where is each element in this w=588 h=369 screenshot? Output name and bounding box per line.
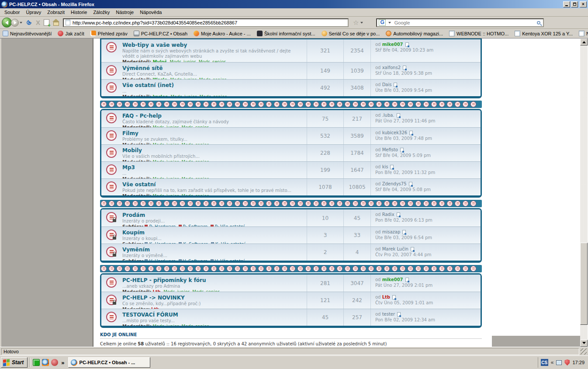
- forum-link[interactable]: TESTOVACÍ FÓRUM: [122, 312, 178, 318]
- bookmark-star-icon[interactable]: ☆: [353, 19, 359, 27]
- subforum-link[interactable]: V: Hardware: [145, 259, 176, 261]
- moderator-link[interactable]: Mods_junior: [152, 194, 179, 195]
- moderator-link[interactable]: Mods_senior: [196, 59, 225, 62]
- menu-napoveda[interactable]: Nápověda: [137, 9, 164, 16]
- home-icon[interactable]: [53, 20, 59, 25]
- bookmark-item[interactable]: PC-HELP.CZ • Obsah: [134, 31, 187, 36]
- bookmark-item[interactable]: Jak začít: [58, 31, 84, 36]
- menu-zobrazit[interactable]: Zobrazit: [45, 9, 67, 16]
- last-post-user-link[interactable]: xalfons2: [382, 65, 401, 70]
- moderator-link[interactable]: Mods_junior: [152, 125, 179, 127]
- goto-last-post-icon[interactable]: [397, 312, 401, 317]
- last-post-user-link[interactable]: mike007: [382, 42, 403, 47]
- vertical-scrollbar[interactable]: [580, 38, 588, 347]
- forum-link[interactable]: Vyměním: [122, 247, 150, 253]
- title-bar[interactable]: PC-HELP.CZ • Obsah - Mozilla Firefox ×: [0, 0, 588, 8]
- subforum-link[interactable]: P: Software: [176, 224, 208, 226]
- forum-link[interactable]: Filmy: [122, 130, 138, 136]
- menu-soubor[interactable]: Soubor: [2, 9, 22, 16]
- moderator-link[interactable]: Mods_senior: [179, 177, 208, 178]
- bookmark-dropdown-icon[interactable]: [360, 22, 363, 25]
- menu-nastroje[interactable]: Nástroje: [113, 9, 136, 16]
- firefox-quicklaunch-icon[interactable]: [42, 359, 49, 366]
- moderator-link[interactable]: Mods_senior: [179, 160, 208, 161]
- moderator-link[interactable]: Mods_junior: [167, 59, 196, 62]
- close-button[interactable]: ×: [580, 1, 587, 7]
- last-post-user-link[interactable]: tester: [382, 312, 395, 317]
- reload-icon[interactable]: [26, 19, 32, 26]
- bookmark-item[interactable]: Přehled zpráv: [90, 31, 128, 36]
- forum-link[interactable]: Mp3: [122, 164, 135, 171]
- moderator-link[interactable]: Mods_junior: [161, 289, 190, 292]
- goto-last-post-icon[interactable]: [409, 131, 413, 135]
- language-indicator[interactable]: CS: [541, 359, 548, 366]
- goto-last-post-icon[interactable]: [411, 247, 414, 251]
- goto-last-post-icon[interactable]: [392, 295, 396, 299]
- moderator-link[interactable]: karlos: [152, 94, 168, 96]
- forward-button[interactable]: [11, 19, 19, 27]
- opera-icon[interactable]: [51, 359, 58, 366]
- location-bar[interactable]: [63, 18, 349, 27]
- last-post-user-link[interactable]: Ltb: [382, 295, 390, 299]
- moderator-link[interactable]: Mods_senior: [179, 143, 208, 144]
- bookmark-item[interactable]: Kentoya XOR 125 a Y...: [515, 31, 573, 36]
- bookmark-item[interactable]: Automobilový magazi...: [386, 31, 443, 36]
- moderator-link[interactable]: Mods_junior: [152, 143, 179, 144]
- goto-last-post-icon[interactable]: [400, 148, 404, 152]
- moderator-link[interactable]: Mods_junior: [152, 324, 179, 326]
- last-post-user-link[interactable]: kis: [382, 164, 388, 169]
- moderator-link[interactable]: Mods_senior: [196, 77, 226, 79]
- bookmark-item[interactable]: Školní informační syst...: [257, 31, 315, 36]
- bookmark-item[interactable]: NOLAN N103 CLASSI...: [579, 31, 588, 36]
- stop-icon[interactable]: X: [36, 19, 40, 26]
- last-post-user-link[interactable]: Mefisto: [382, 147, 398, 152]
- moderator-link[interactable]: Mods_senior: [179, 194, 208, 195]
- moderator-link[interactable]: Weslo: [152, 77, 167, 79]
- bookmark-item[interactable]: WEBNODE :: HOTMO...: [449, 31, 508, 36]
- moderator-link[interactable]: Mods_junior: [152, 177, 179, 178]
- last-post-user-link[interactable]: Marek Lučin: [382, 247, 408, 251]
- forum-link[interactable]: Web-tipy a vaše weby: [122, 42, 187, 48]
- utorrent-icon[interactable]: [33, 359, 40, 366]
- maximize-button[interactable]: [571, 1, 578, 7]
- network-icon[interactable]: [556, 360, 562, 365]
- search-engine-icon[interactable]: G: [379, 19, 385, 26]
- minimize-button[interactable]: [563, 1, 570, 7]
- forum-link[interactable]: Vše ostatní: [122, 181, 156, 188]
- goto-last-post-icon[interactable]: [405, 278, 409, 282]
- search-engine-dropdown-icon[interactable]: [388, 22, 391, 25]
- bookmark-item[interactable]: Seriál Co se děje v po...: [322, 31, 380, 36]
- menu-zalozky[interactable]: Záložky: [90, 9, 112, 16]
- moderator-link[interactable]: Myloš: [152, 59, 167, 62]
- goto-last-post-icon[interactable]: [409, 182, 412, 186]
- bookmark-item[interactable]: Nejnavštěvovanější: [3, 31, 52, 36]
- tray-collapse-chevron[interactable]: «: [551, 359, 554, 366]
- moderator-link[interactable]: Ltb: [152, 289, 160, 292]
- menu-upravy[interactable]: Úpravy: [23, 9, 44, 16]
- taskbar-button-firefox[interactable]: PC-HELP.CZ • Obsah - ...: [68, 357, 150, 368]
- scroll-up-button[interactable]: [580, 38, 588, 45]
- start-button[interactable]: Start: [1, 357, 28, 368]
- goto-last-post-icon[interactable]: [394, 83, 397, 87]
- goto-last-post-icon[interactable]: [390, 165, 394, 169]
- menu-historie[interactable]: Historie: [68, 9, 90, 16]
- search-input[interactable]: [394, 20, 536, 25]
- subforum-link[interactable]: K: Software: [176, 242, 208, 244]
- search-bar[interactable]: G: [376, 18, 544, 27]
- forum-link[interactable]: PC-HELP -> NOVINKY: [122, 295, 185, 301]
- goto-last-post-icon[interactable]: [405, 42, 409, 47]
- scroll-down-button[interactable]: [580, 340, 588, 347]
- last-post-user-link[interactable]: Zdendys75: [382, 181, 407, 186]
- moderator-link[interactable]: Ltb: [151, 307, 159, 309]
- moderator-link[interactable]: Mods_senior: [179, 324, 208, 326]
- subforum-link[interactable]: V: Vše ostatní: [208, 259, 245, 261]
- moderator-link[interactable]: Mods_senior: [190, 289, 219, 292]
- last-post-user-link[interactable]: kubicek326: [382, 130, 407, 135]
- moderator-link[interactable]: Mods_junior: [152, 160, 179, 161]
- forum-link[interactable]: FAQ - Pc-help: [122, 113, 162, 119]
- history-dropdown-icon[interactable]: [20, 22, 22, 25]
- forum-link[interactable]: Mobily: [122, 147, 142, 153]
- last-post-user-link[interactable]: misazap: [382, 230, 401, 234]
- goto-last-post-icon[interactable]: [402, 230, 406, 234]
- forum-link[interactable]: Prodám: [122, 212, 145, 218]
